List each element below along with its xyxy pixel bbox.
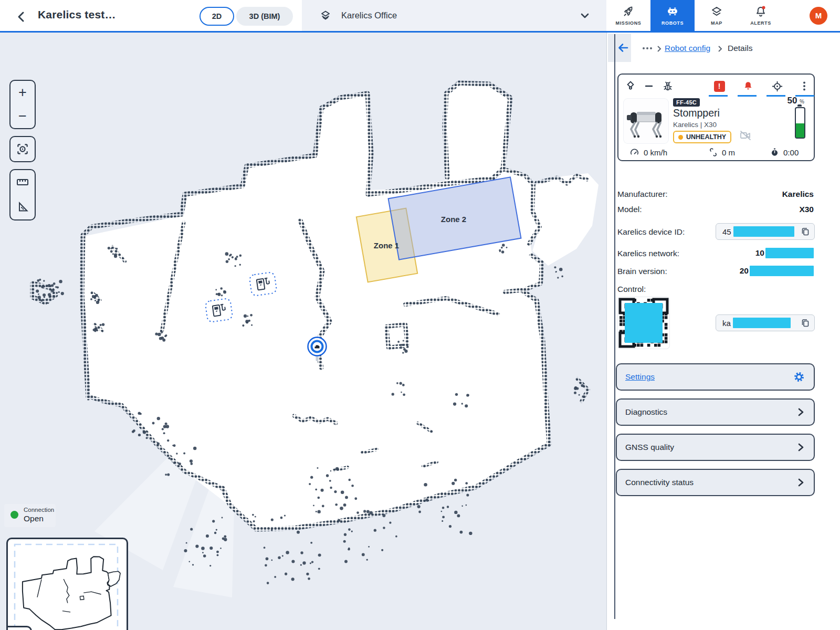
robot-stats-row: 0 km/h 0 m 0:00: [618, 144, 814, 160]
recenter-button[interactable]: [9, 136, 36, 162]
copy-icon[interactable]: [801, 318, 810, 328]
map-layers-icon: [710, 5, 723, 18]
manufacturer-value: Karelics: [782, 190, 814, 199]
main-nav: MISSIONS ROBOTS MAP ALERTS M: [606, 0, 840, 31]
gnss-quality-button[interactable]: GNSS quality: [616, 434, 815, 461]
settings-button[interactable]: Settings: [616, 363, 815, 391]
brain-version-label: Brain version:: [617, 267, 667, 276]
control-redaction: [733, 318, 791, 328]
robot-id-badge: FF-45C: [673, 98, 700, 107]
minimize-icon[interactable]: [642, 79, 656, 93]
stopwatch-icon: [770, 147, 780, 158]
locate-target-icon[interactable]: [770, 79, 784, 93]
alert-badge-dot: [762, 6, 765, 9]
connectivity-status-button[interactable]: Connectivity status: [616, 469, 815, 496]
view-toggle-3d[interactable]: 3D (BIM): [236, 7, 293, 26]
user-avatar[interactable]: M: [810, 7, 827, 25]
nav-missions-label: MISSIONS: [616, 20, 642, 26]
rocket-icon: [622, 5, 635, 18]
back-chevron-icon: [14, 9, 29, 25]
settings-label[interactable]: Settings: [625, 372, 655, 382]
breadcrumb-current: Details: [728, 44, 752, 53]
health-status-badge: UNHEALTHY: [673, 131, 731, 143]
robot-maker-model: Karelics | X30: [673, 121, 717, 129]
camera-off-icon: [739, 130, 752, 141]
nav-alerts[interactable]: ALERTS: [739, 0, 783, 31]
model-label: Model:: [617, 205, 642, 214]
tab-indicator: [738, 95, 757, 97]
network-label: Karelics network:: [617, 249, 679, 258]
diagnostics-button[interactable]: Diagnostics: [616, 398, 815, 426]
map-canvas[interactable]: Zone 1Zone 2 + − Connection Op: [0, 33, 606, 630]
brain-version-redaction: [750, 266, 814, 276]
speed-stat: 0 km/h: [629, 147, 667, 158]
chevron-down-icon: [579, 10, 591, 22]
set-square-icon[interactable]: [16, 201, 29, 213]
top-bar-accent-line: [0, 31, 840, 33]
model-value: X30: [799, 205, 814, 214]
device-id-redaction: [733, 226, 794, 237]
zoom-in-button[interactable]: +: [10, 81, 35, 104]
measure-tools[interactable]: [9, 169, 36, 220]
network-redaction: [765, 248, 814, 258]
breadcrumb-separator-icon: [716, 45, 723, 53]
speedometer-icon: [629, 147, 640, 158]
nav-robots[interactable]: ROBOTS: [650, 0, 695, 31]
nav-missions[interactable]: MISSIONS: [606, 0, 650, 31]
nav-map[interactable]: MAP: [695, 0, 739, 31]
page-title: Karelics test…: [38, 8, 116, 21]
gnss-label: GNSS quality: [625, 443, 674, 452]
pose-icon[interactable]: [624, 79, 637, 93]
breadcrumb-ellipsis[interactable]: [643, 47, 652, 49]
minimap[interactable]: [6, 538, 128, 630]
time-stat: 0:00: [770, 147, 799, 158]
tab-indicator: [766, 95, 785, 97]
control-token-field[interactable]: ka: [716, 314, 815, 331]
site-selector[interactable]: Karelics Office: [302, 0, 606, 31]
control-qr-code: [618, 297, 669, 349]
zoom-out-button[interactable]: −: [10, 104, 35, 128]
control-visible: ka: [722, 319, 731, 328]
zoom-control[interactable]: + −: [9, 80, 36, 129]
minimap-collapse-button[interactable]: [8, 626, 32, 630]
manufacturer-label: Manufacturer:: [617, 190, 668, 199]
chevron-right-icon: [796, 407, 805, 417]
breadcrumb-robot-config-link[interactable]: Robot config: [665, 44, 710, 53]
device-id-field[interactable]: 45: [716, 223, 815, 240]
error-icon[interactable]: !: [712, 79, 726, 93]
device-id-visible: 45: [722, 227, 731, 236]
robot-name: Stompperi: [673, 107, 720, 119]
device-id-label: Karelics device ID:: [617, 227, 685, 237]
connection-open-dot: [10, 511, 18, 519]
status-dot: [678, 135, 683, 140]
breadcrumb-back-button[interactable]: [616, 41, 630, 55]
diagnostics-label: Diagnostics: [625, 407, 667, 417]
connection-label: Connection: [24, 507, 54, 513]
robot-icon: [666, 5, 679, 18]
connection-value: Open: [24, 514, 44, 523]
bug-icon[interactable]: [661, 79, 675, 93]
tab-indicator: [709, 95, 728, 97]
robot-photo: [624, 99, 668, 143]
kebab-menu-icon[interactable]: [797, 79, 811, 93]
copy-icon[interactable]: [801, 227, 810, 236]
breadcrumb-separator-icon: [655, 45, 663, 53]
view-toggle-2d[interactable]: 2D: [200, 7, 234, 26]
panel-divider[interactable]: [614, 34, 615, 619]
ruler-icon[interactable]: [16, 176, 29, 188]
zone-1-label: Zone 1: [374, 241, 399, 250]
connectivity-label: Connectivity status: [625, 478, 694, 487]
steps-icon: [708, 147, 718, 158]
top-bar: Karelics test… 2D 3D (BIM) Karelics Offi…: [0, 0, 840, 33]
chevron-right-icon: [796, 477, 805, 488]
focus-icon: [16, 142, 29, 156]
alarm-bell-icon[interactable]: [741, 79, 755, 93]
connection-status-chip: Connection Open: [4, 504, 56, 527]
battery-fill: [796, 123, 804, 138]
arrow-left-icon: [616, 41, 630, 55]
back-button[interactable]: [14, 9, 29, 25]
site-name: Karelics Office: [341, 10, 397, 20]
network-value: 10: [755, 248, 814, 258]
nav-alerts-label: ALERTS: [750, 20, 771, 26]
gear-icon: [793, 371, 805, 383]
